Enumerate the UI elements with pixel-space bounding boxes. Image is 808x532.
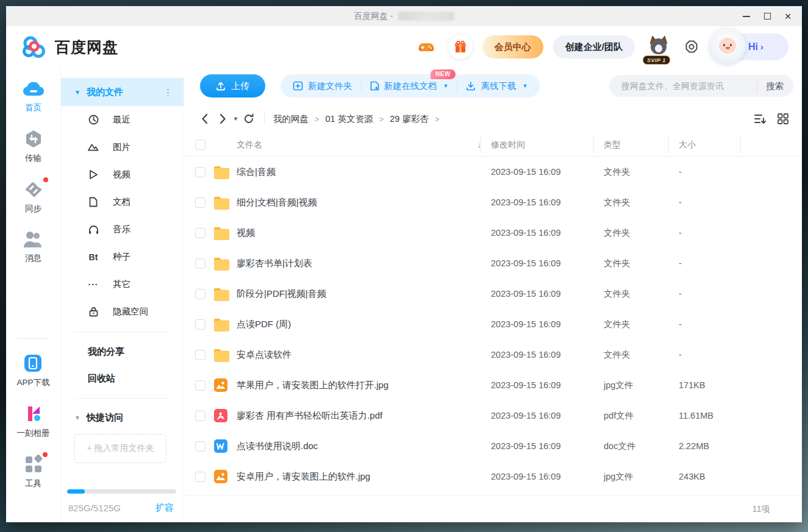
pet-avatar[interactable]: SVIP 1 [645, 33, 673, 61]
caret-down-icon[interactable]: ▼ [74, 89, 80, 96]
table-row[interactable]: 点读PDF (周) 2023-09-15 16:09 文件夹 - [184, 309, 802, 339]
row-checkbox[interactable] [195, 258, 206, 269]
close-button[interactable]: × [778, 6, 798, 26]
file-name[interactable]: 点读PDF (周) [237, 319, 491, 330]
sidebar-item-hidden-space[interactable]: 隐藏空间 [61, 298, 184, 325]
upload-icon [216, 81, 226, 91]
sidebar-item-pictures[interactable]: 图片 [61, 133, 184, 161]
row-checkbox[interactable] [195, 289, 206, 299]
row-checkbox[interactable] [195, 197, 206, 208]
back-button[interactable] [195, 110, 213, 128]
row-checkbox[interactable] [195, 350, 206, 360]
select-all-checkbox[interactable] [195, 140, 206, 150]
favorite-folder-dropzone[interactable]: + 拖入常用文件夹 [74, 434, 166, 463]
user-account-button[interactable]: Hi › [710, 34, 788, 60]
new-folder-button[interactable]: 新建文件夹 [284, 74, 361, 98]
breadcrumb-item[interactable]: 29 廖彩杏 [390, 113, 429, 125]
sort-order-icon[interactable] [754, 113, 767, 124]
caret-down-icon[interactable]: ▼ [74, 414, 80, 421]
rail-item-app-download[interactable]: APP下载 [16, 353, 49, 388]
column-header-name[interactable]: 文件名 [237, 140, 262, 151]
table-row[interactable]: 阶段分|PDF|视频|音频 2023-09-15 16:09 文件夹 - [184, 278, 802, 309]
column-header-time[interactable]: 修改时间 [491, 140, 604, 151]
table-row[interactable]: 细分|文档|音频|视频 2023-09-15 16:09 文件夹 - [184, 187, 802, 218]
table-row[interactable]: 安卓用户，请安装图上的软件.jpg 2023-09-15 16:09 jpg文件… [184, 461, 802, 492]
row-checkbox[interactable] [195, 319, 206, 330]
rail-item-home[interactable]: 首页 [23, 81, 45, 113]
file-name[interactable]: 视频 [237, 227, 491, 239]
table-row[interactable]: 点读书使用说明.doc 2023-09-15 16:09 doc文件 2.22M… [184, 431, 802, 461]
table-row[interactable]: 苹果用户，请安装图上的软件打开.jpg 2023-09-15 16:09 jpg… [184, 370, 802, 400]
forward-button[interactable] [213, 110, 232, 128]
table-row[interactable]: 综合|音频 2023-09-15 16:09 文件夹 - [184, 157, 802, 187]
file-name[interactable]: 苹果用户，请安装图上的软件打开.jpg [237, 380, 491, 391]
refresh-button[interactable] [240, 110, 258, 128]
breadcrumb-item[interactable]: 我的网盘 [273, 113, 309, 125]
table-row[interactable]: 廖彩杏书单|计划表 2023-09-15 16:09 文件夹 - [184, 248, 802, 278]
rail-item-messages[interactable]: 消息 [23, 230, 44, 264]
gear-icon[interactable] [682, 38, 701, 56]
expand-storage-link[interactable]: 扩容 [156, 502, 174, 514]
kebab-menu-icon[interactable]: ⋮ [163, 88, 173, 97]
table-row[interactable]: 安卓点读软件 2023-09-15 16:09 文件夹 - [184, 339, 802, 370]
netdisk-logo-icon [22, 36, 48, 58]
offline-download-button[interactable]: 离线下载 ▼ [457, 74, 536, 98]
maximize-button[interactable] [757, 6, 778, 26]
sidebar-item-recycle-bin[interactable]: 回收站 [61, 365, 184, 392]
column-header-type[interactable]: 类型 [604, 140, 679, 151]
file-size: - [679, 350, 802, 360]
file-name[interactable]: 安卓用户，请安装图上的软件.jpg [237, 471, 491, 483]
row-checkbox[interactable] [195, 167, 206, 177]
row-checkbox[interactable] [195, 228, 206, 238]
sidebar-item-other[interactable]: ··· 其它 [61, 271, 184, 298]
file-name[interactable]: 廖彩杏 用有声书轻松听出英语力.pdf [237, 410, 491, 422]
search-input[interactable] [621, 81, 752, 91]
vip-center-button[interactable]: 会员中心 [482, 35, 543, 59]
create-team-button[interactable]: 创建企业/团队 [553, 35, 635, 59]
grid-view-icon[interactable] [778, 113, 788, 124]
rail-item-sync[interactable]: 同步 [23, 180, 44, 215]
sidebar: ▼ 我的文件 ⋮ 最近 图片 [61, 68, 184, 522]
breadcrumb-item[interactable]: 01 英文资源 [326, 113, 373, 125]
rail-item-photos[interactable]: 一刻相册 [17, 404, 50, 439]
rail-item-transfer[interactable]: 传输 [24, 129, 43, 164]
sidebar-item-my-shares[interactable]: 我的分享 [61, 338, 184, 365]
file-name[interactable]: 综合|音频 [237, 166, 491, 178]
table-row[interactable]: 视频 2023-09-15 16:09 文件夹 - [184, 218, 802, 248]
table-row[interactable]: 廖彩杏 用有声书轻松听出英语力.pdf 2023-09-15 16:09 pdf… [184, 400, 802, 431]
search-button[interactable]: 搜索 [766, 80, 784, 92]
file-icon [213, 196, 237, 210]
file-name[interactable]: 点读书使用说明.doc [237, 441, 491, 452]
gift-icon[interactable] [448, 35, 473, 59]
file-type: 文件夹 [604, 319, 679, 330]
sidebar-item-torrents[interactable]: Bt 种子 [61, 243, 184, 271]
history-caret-icon[interactable]: ▼ [233, 116, 238, 122]
file-type: 文件夹 [604, 349, 679, 361]
titlebar[interactable]: 百度网盘 - × [6, 6, 802, 26]
file-name[interactable]: 阶段分|PDF|视频|音频 [237, 288, 491, 300]
cloud-home-icon [23, 81, 45, 98]
search-box[interactable]: 搜索 [609, 75, 793, 97]
quick-access-header[interactable]: ▼ 快捷访问 [61, 405, 184, 430]
row-checkbox[interactable] [195, 472, 206, 482]
sidebar-item-recent[interactable]: 最近 [61, 106, 184, 133]
row-checkbox[interactable] [195, 380, 206, 391]
minimize-button[interactable] [736, 6, 757, 26]
file-name[interactable]: 安卓点读软件 [237, 349, 491, 361]
sidebar-item-music[interactable]: 音乐 [61, 216, 184, 243]
sidebar-item-videos[interactable]: 视频 [61, 161, 184, 188]
upload-button[interactable]: 上传 [200, 74, 265, 98]
row-checkbox[interactable] [195, 441, 206, 452]
rail-item-tools[interactable]: 工具 [24, 455, 43, 489]
user-avatar [709, 27, 746, 64]
row-checkbox[interactable] [195, 411, 206, 421]
sidebar-header-my-files[interactable]: ▼ 我的文件 ⋮ [61, 78, 184, 106]
file-name[interactable]: 廖彩杏书单|计划表 [237, 258, 491, 269]
chevron-right-icon: › [760, 42, 763, 52]
bt-icon: Bt [88, 252, 99, 262]
file-icon [213, 408, 237, 423]
file-name[interactable]: 细分|文档|音频|视频 [237, 197, 491, 208]
sidebar-item-documents[interactable]: 文档 [61, 188, 184, 216]
game-icon[interactable] [414, 35, 438, 59]
close-icon: × [784, 10, 791, 22]
